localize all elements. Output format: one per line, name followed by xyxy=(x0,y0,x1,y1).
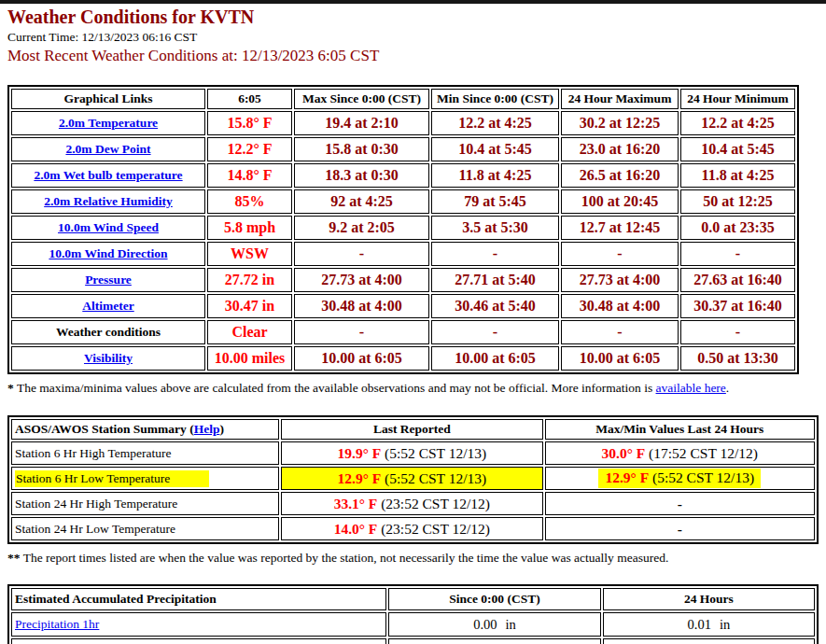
maxima-minima-footnote: * The maxima/minima values above are cal… xyxy=(7,381,819,396)
current-value-cell: 15.8° F xyxy=(207,111,292,135)
table-row-wet-bulb: 2.0m Wet bulb temperature 14.8° F 18.3 a… xyxy=(11,163,795,188)
min-since-cell: 27.71 at 5:40 xyxy=(431,268,559,292)
header-graphical-links: Graphical Links xyxy=(11,89,205,109)
asos-header-row: ASOS/AWOS Station Summary (Help) Last Re… xyxy=(11,419,815,440)
available-here-link[interactable]: available here xyxy=(656,381,726,395)
report-time: (5:52 CST 12/13) xyxy=(652,469,754,485)
precipitation-1hr-link[interactable]: Precipitation 1hr xyxy=(15,617,99,631)
current-time-text: Current Time: 12/13/2023 06:16 CST xyxy=(7,30,819,45)
last-reported-cell-highlighted: 12.9° F (5:52 CST 12/13) xyxy=(281,467,542,490)
header-max-since: Max Since 0:00 (CST) xyxy=(294,89,429,109)
help-link[interactable]: Help xyxy=(194,422,220,436)
station-label-cell: Station 6 Hr Low Temperature xyxy=(11,467,279,490)
precip-label-cell: Precipitation 6hr xyxy=(11,638,386,644)
station-label-cell: Station 24 Hr High Temperature xyxy=(11,492,279,515)
min-since-cell: 10.00 at 6:05 xyxy=(431,346,559,371)
temp-value: 19.9° F xyxy=(338,445,382,461)
table-row-wind-direction: 10.0m Wind Direction WSW - - - - xyxy=(11,242,795,266)
min-since-cell: - xyxy=(431,242,559,266)
header-maxmin-24h: Max/Min Values Last 24 Hours xyxy=(545,419,815,440)
asos-row-24hr-high: Station 24 Hr High Temperature 33.1° F (… xyxy=(11,492,815,515)
most-recent-conditions-text: Most Recent Weather Conditions at: 12/13… xyxy=(7,47,819,65)
asos-row-6hr-high: Station 6 Hr High Temperature 19.9° F (5… xyxy=(11,441,815,465)
page-title: Weather Conditions for KVTN xyxy=(7,7,819,28)
main-table-header-row: Graphical Links 6:05 Max Since 0:00 (CST… xyxy=(11,89,795,109)
max-since-cell: 92 at 4:25 xyxy=(294,189,429,214)
visibility-link[interactable]: Visibility xyxy=(84,351,133,365)
hours24-value-cell: 0.01in xyxy=(603,638,815,644)
hours24-value-cell: 0.01in xyxy=(603,612,815,637)
main-weather-table: Graphical Links 6:05 Max Since 0:00 (CST… xyxy=(7,85,799,374)
current-value-cell: 12.2° F xyxy=(207,137,292,161)
row-label-cell: 2.0m Dew Point xyxy=(11,137,205,161)
min-since-cell: 3.5 at 5:30 xyxy=(431,216,559,240)
max24-cell: - xyxy=(561,320,679,344)
max24-cell: - xyxy=(561,242,679,266)
precipitation-table: Estimated Accumulated Precipitation Sinc… xyxy=(7,584,819,644)
pressure-link[interactable]: Pressure xyxy=(85,273,132,287)
temp-value: 14.0° F xyxy=(334,521,378,537)
header-24h-max: 24 Hour Maximum xyxy=(561,89,679,109)
row-label-cell: 2.0m Relative Humidity xyxy=(11,189,205,214)
footnote-text: The maxima/minima values above are calcu… xyxy=(14,381,656,395)
table-row-dew-point: 2.0m Dew Point 12.2° F 15.8 at 0:30 10.4… xyxy=(11,137,795,161)
min24-cell: 10.4 at 5:45 xyxy=(680,137,795,161)
min24-cell: 0.0 at 23:35 xyxy=(680,216,795,240)
max24-cell: 30.48 at 4:00 xyxy=(561,294,679,318)
max-since-cell: 15.8 at 0:30 xyxy=(294,137,429,161)
current-value-cell: 10.00 miles xyxy=(207,346,292,371)
altimeter-link[interactable]: Altimeter xyxy=(82,299,133,313)
row-label-cell: Pressure xyxy=(11,268,205,292)
min-since-cell: 12.2 at 4:25 xyxy=(431,111,559,135)
wind-speed-link[interactable]: 10.0m Wind Speed xyxy=(58,220,159,234)
table-row-wind-speed: 10.0m Wind Speed 5.8 mph 9.2 at 2:05 3.5… xyxy=(11,216,795,240)
humidity-link[interactable]: 2.0m Relative Humidity xyxy=(44,194,173,208)
min-since-cell: - xyxy=(431,320,559,344)
temp-value: 12.9° F xyxy=(605,469,649,485)
last-reported-cell: 19.9° F (5:52 CST 12/13) xyxy=(281,441,542,465)
max-since-cell: - xyxy=(294,320,429,344)
precip-amount: 0.01 xyxy=(688,617,711,632)
header-24h-min: 24 Hour Minimum xyxy=(680,89,795,109)
precip-row-6hr: Precipitation 6hr 0.00in 0.01in xyxy=(11,638,815,644)
asos-summary-header: ASOS/AWOS Station Summary (Help) xyxy=(11,419,279,440)
current-value-cell: Clear xyxy=(207,320,292,344)
current-value-cell: 85% xyxy=(207,189,292,214)
table-row-pressure: Pressure 27.72 in 27.73 at 4:00 27.71 at… xyxy=(11,268,795,292)
wet-bulb-link[interactable]: 2.0m Wet bulb temperature xyxy=(34,168,182,182)
report-time: (17:52 CST 12/12) xyxy=(649,445,758,461)
wind-direction-link[interactable]: 10.0m Wind Direction xyxy=(49,246,167,260)
table-row-relative-humidity: 2.0m Relative Humidity 85% 92 at 4:25 79… xyxy=(11,189,795,214)
max24-cell: 26.5 at 16:20 xyxy=(561,163,679,188)
precip-row-1hr: Precipitation 1hr 0.00in 0.01in xyxy=(11,612,815,637)
since-value-cell: 0.00in xyxy=(388,638,600,644)
min24-cell: 30.37 at 16:40 xyxy=(680,294,795,318)
report-time: (23:52 CST 12/12) xyxy=(381,496,490,511)
temperature-link[interactable]: 2.0m Temperature xyxy=(59,116,158,130)
min-since-cell: 10.4 at 5:45 xyxy=(431,137,559,161)
max-since-cell: 9.2 at 2:05 xyxy=(294,216,429,240)
last-reported-cell: 14.0° F (23:52 CST 12/12) xyxy=(281,517,542,540)
table-row-visibility: Visibility 10.00 miles 10.00 at 6:05 10.… xyxy=(11,346,795,371)
current-value-cell: 30.47 in xyxy=(207,294,292,318)
maxmin-cell-highlighted: 12.9° F (5:52 CST 12/13) xyxy=(545,467,815,490)
max-since-cell: 27.73 at 4:00 xyxy=(294,268,429,292)
dew-point-link[interactable]: 2.0m Dew Point xyxy=(65,142,150,156)
precip-header-row: Estimated Accumulated Precipitation Sinc… xyxy=(11,588,815,610)
max-since-cell: - xyxy=(294,242,429,266)
min-since-cell: 79 at 5:45 xyxy=(431,189,559,214)
header-24-hours: 24 Hours xyxy=(603,588,815,610)
report-time: (5:52 CST 12/13) xyxy=(385,470,486,486)
min-since-cell: 11.8 at 4:25 xyxy=(431,163,559,188)
footnote-asterisks: ** xyxy=(7,551,21,565)
header-current-time-col: 6:05 xyxy=(207,89,292,109)
current-value-cell: 5.8 mph xyxy=(207,216,292,240)
max-since-cell: 19.4 at 2:10 xyxy=(294,111,429,135)
asos-title-prefix: ASOS/AWOS Station Summary ( xyxy=(15,422,194,436)
report-time: (23:52 CST 12/12) xyxy=(381,521,490,537)
max24-cell: 12.7 at 12:45 xyxy=(561,216,679,240)
max24-cell: 30.2 at 12:25 xyxy=(561,111,679,135)
max24-cell: 23.0 at 16:20 xyxy=(561,137,679,161)
footnote-text: The report times listed are when the val… xyxy=(21,551,669,565)
header-min-since: Min Since 0:00 (CST) xyxy=(431,89,559,109)
